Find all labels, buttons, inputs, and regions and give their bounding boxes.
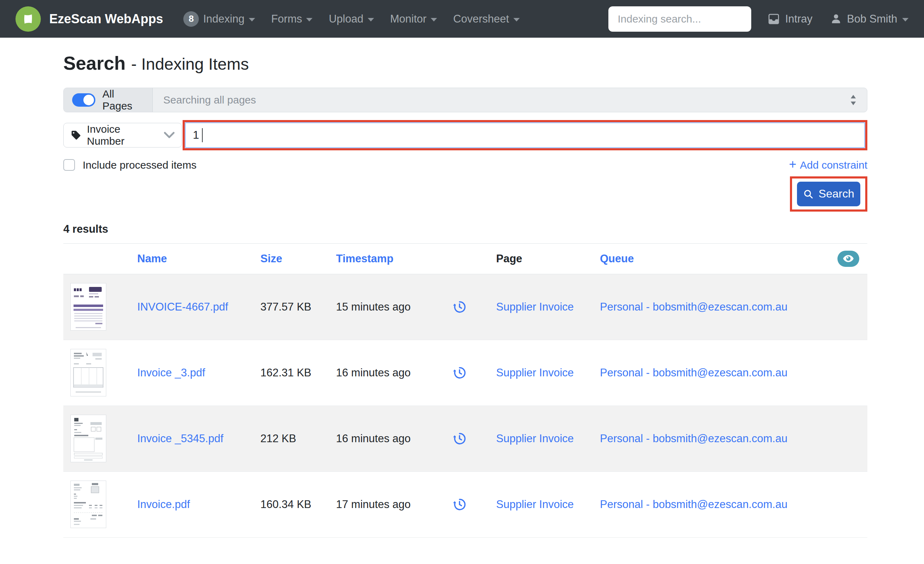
user-name: Bob Smith bbox=[847, 13, 897, 26]
main-content: Search - Indexing Items All Pages Search… bbox=[63, 38, 867, 538]
sort-arrows-icon bbox=[850, 95, 856, 105]
table-row: Invoice.pdf 160.34 KB 17 minutes ago Sup… bbox=[63, 472, 867, 538]
intray-link[interactable]: Intray bbox=[767, 13, 813, 26]
page-link[interactable]: Supplier Invoice bbox=[496, 301, 600, 313]
add-constraint-label: Add constraint bbox=[800, 159, 867, 171]
include-processed-group: Include processed items bbox=[63, 159, 197, 171]
plus-icon: + bbox=[789, 158, 796, 171]
history-icon[interactable] bbox=[452, 365, 496, 380]
invoice-thumbnail[interactable] bbox=[70, 283, 106, 331]
col-header-queue[interactable]: Queue bbox=[600, 253, 837, 265]
toggle-thumbnails-button[interactable] bbox=[837, 251, 859, 267]
col-header-page: Page bbox=[496, 253, 600, 265]
search-button[interactable]: Search bbox=[797, 182, 860, 206]
caret-down-icon bbox=[513, 18, 520, 21]
menu-monitor-label: Monitor bbox=[390, 13, 426, 26]
menu-indexing-label: Indexing bbox=[203, 13, 244, 26]
indexing-count-badge: 8 bbox=[183, 11, 199, 27]
brand-title: EzeScan WebApps bbox=[49, 12, 163, 26]
field-selector-value: Invoice Number bbox=[87, 123, 158, 147]
file-size: 212 KB bbox=[260, 432, 336, 445]
file-timestamp: 15 minutes ago bbox=[336, 301, 452, 313]
invoice-number-input[interactable] bbox=[185, 122, 865, 148]
menu-upload-label: Upload bbox=[328, 13, 363, 26]
menu-coversheet-label: Coversheet bbox=[453, 13, 509, 26]
page-scope-value: Searching all pages bbox=[163, 94, 256, 106]
queue-link[interactable]: Personal - bobsmith@ezescan.com.au bbox=[600, 432, 837, 445]
all-pages-toggle[interactable] bbox=[72, 93, 95, 107]
history-icon[interactable] bbox=[452, 431, 496, 446]
invoice-thumbnail[interactable] bbox=[70, 481, 106, 528]
menu-coversheet[interactable]: Coversheet bbox=[453, 13, 520, 26]
table-row: Invoice _3.pdf 162.31 KB 16 minutes ago … bbox=[63, 340, 867, 406]
history-icon[interactable] bbox=[452, 497, 496, 512]
invoice-thumbnail[interactable] bbox=[70, 349, 106, 396]
chevron-down-icon bbox=[164, 132, 174, 138]
caret-down-icon bbox=[249, 18, 255, 21]
page-link[interactable]: Supplier Invoice bbox=[496, 432, 600, 445]
col-header-size[interactable]: Size bbox=[260, 253, 336, 265]
file-name-link[interactable]: Invoice _5345.pdf bbox=[137, 432, 260, 445]
file-name-link[interactable]: Invoice _3.pdf bbox=[137, 367, 260, 379]
page-title: Search - Indexing Items bbox=[63, 53, 867, 74]
file-timestamp: 16 minutes ago bbox=[336, 367, 452, 379]
search-icon bbox=[803, 189, 813, 199]
main-menu: 8 Indexing Forms Upload Monitor Covershe… bbox=[183, 11, 519, 27]
file-timestamp: 16 minutes ago bbox=[336, 432, 452, 445]
menu-monitor[interactable]: Monitor bbox=[390, 13, 437, 26]
intray-label: Intray bbox=[785, 13, 813, 26]
page-link[interactable]: Supplier Invoice bbox=[496, 367, 600, 379]
field-selector[interactable]: Invoice Number bbox=[63, 123, 182, 147]
menu-upload[interactable]: Upload bbox=[328, 13, 374, 26]
all-pages-addon: All Pages bbox=[64, 88, 153, 112]
history-icon[interactable] bbox=[452, 299, 496, 314]
add-constraint-link[interactable]: + Add constraint bbox=[789, 159, 867, 171]
queue-link[interactable]: Personal - bobsmith@ezescan.com.au bbox=[600, 301, 837, 313]
include-processed-checkbox[interactable] bbox=[63, 159, 75, 171]
table-row: Invoice _5345.pdf 212 KB 16 minutes ago … bbox=[63, 406, 867, 472]
caret-down-icon bbox=[430, 18, 437, 21]
person-icon bbox=[830, 13, 842, 25]
user-menu[interactable]: Bob Smith bbox=[830, 13, 909, 26]
page-scope-bar: All Pages Searching all pages bbox=[63, 88, 867, 112]
results-table-header: Name Size Timestamp Page Queue bbox=[63, 244, 867, 274]
search-button-label: Search bbox=[819, 187, 854, 200]
table-row: INVOICE-4667.pdf 377.57 KB 15 minutes ag… bbox=[63, 274, 867, 340]
invoice-thumbnail[interactable] bbox=[70, 415, 106, 462]
col-header-timestamp[interactable]: Timestamp bbox=[336, 253, 452, 265]
caret-down-icon bbox=[368, 18, 374, 21]
col-header-name[interactable]: Name bbox=[137, 253, 260, 265]
inbox-tray-icon bbox=[767, 13, 780, 26]
file-size: 377.57 KB bbox=[260, 301, 336, 313]
queue-link[interactable]: Personal - bobsmith@ezescan.com.au bbox=[600, 367, 837, 379]
include-processed-label: Include processed items bbox=[83, 159, 197, 171]
caret-down-icon bbox=[902, 18, 909, 21]
all-pages-label: All Pages bbox=[102, 88, 144, 112]
menu-forms-label: Forms bbox=[271, 13, 302, 26]
search-button-row: Search bbox=[63, 176, 867, 212]
search-button-annotation-box: Search bbox=[790, 176, 867, 212]
tag-icon bbox=[71, 130, 81, 140]
menu-indexing[interactable]: 8 Indexing bbox=[183, 11, 255, 27]
file-timestamp: 17 minutes ago bbox=[336, 498, 452, 511]
search-criteria-row: Invoice Number bbox=[63, 120, 867, 150]
ezescan-logo-icon bbox=[15, 6, 41, 32]
indexing-search-input[interactable] bbox=[608, 6, 751, 32]
query-input-annotation-box bbox=[183, 120, 867, 150]
page-link[interactable]: Supplier Invoice bbox=[496, 498, 600, 511]
brand-link[interactable]: EzeScan WebApps bbox=[15, 6, 163, 32]
page-scope-select[interactable]: Searching all pages bbox=[153, 88, 867, 112]
caret-down-icon bbox=[306, 18, 312, 21]
file-name-link[interactable]: INVOICE-4667.pdf bbox=[137, 301, 260, 313]
file-size: 162.31 KB bbox=[260, 367, 336, 379]
file-size: 160.34 KB bbox=[260, 498, 336, 511]
eye-icon bbox=[843, 254, 854, 263]
options-row: Include processed items + Add constraint bbox=[63, 159, 867, 171]
menu-forms[interactable]: Forms bbox=[271, 13, 313, 26]
queue-link[interactable]: Personal - bobsmith@ezescan.com.au bbox=[600, 498, 837, 511]
page-title-secondary: - Indexing Items bbox=[131, 54, 249, 74]
top-navbar: EzeScan WebApps 8 Indexing Forms Upload … bbox=[0, 0, 924, 38]
page-title-primary: Search bbox=[63, 53, 126, 74]
results-count: 4 results bbox=[63, 223, 867, 236]
file-name-link[interactable]: Invoice.pdf bbox=[137, 498, 260, 511]
